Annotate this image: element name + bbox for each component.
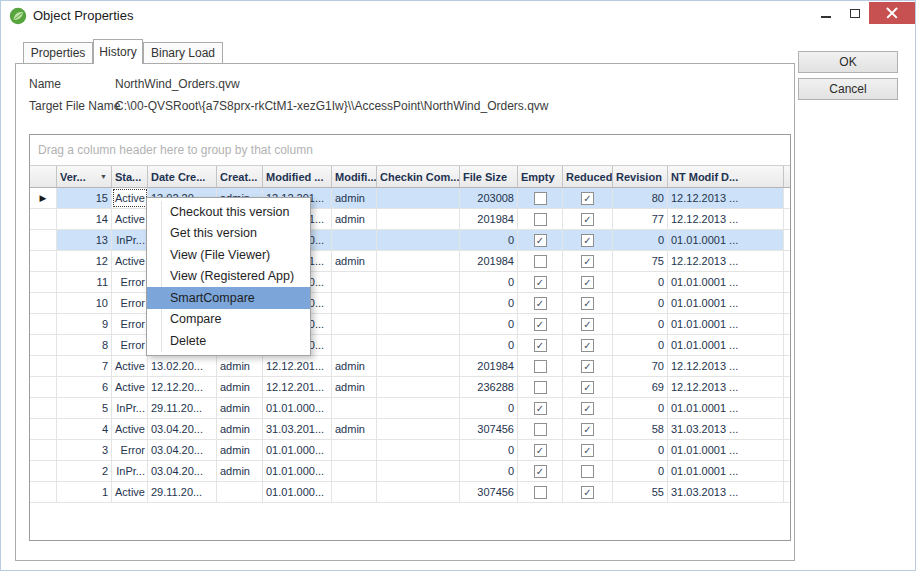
cell-indicator[interactable]	[30, 377, 57, 397]
empty-checkbox-unchecked[interactable]	[534, 423, 547, 436]
cell-nt_modified[interactable]: 12.12.2013 ...	[668, 377, 784, 397]
cell-checkin_comment[interactable]	[377, 293, 460, 313]
cell-status[interactable]: Error	[112, 272, 148, 292]
tab-properties[interactable]: Properties	[23, 42, 93, 64]
cell-nt_modified[interactable]: 01.01.0001 ...	[668, 272, 784, 292]
cell-revision[interactable]: 0	[613, 398, 668, 418]
cell-indicator[interactable]	[30, 461, 57, 481]
cell-ver[interactable]: 3	[57, 440, 112, 460]
cell-revision[interactable]: 0	[613, 440, 668, 460]
cell-reduced[interactable]	[563, 377, 613, 397]
cell-created_by[interactable]: admin	[217, 419, 263, 439]
cell-file_size[interactable]: 236288	[460, 377, 518, 397]
cell-empty[interactable]	[518, 251, 563, 271]
cell-checkin_comment[interactable]	[377, 377, 460, 397]
cell-modified_by[interactable]: admin	[332, 356, 377, 376]
cell-empty[interactable]	[518, 335, 563, 355]
cell-file_size[interactable]: 307456	[460, 482, 518, 502]
column-header-ver[interactable]: Ver...▼	[57, 166, 112, 187]
menu-item-smartcompare[interactable]: SmartCompare	[147, 287, 310, 309]
cell-modified[interactable]: 01.01.000...	[263, 461, 332, 481]
cell-indicator[interactable]	[30, 272, 57, 292]
cell-ver[interactable]: 6	[57, 377, 112, 397]
reduced-checkbox-checked[interactable]	[581, 402, 594, 415]
reduced-checkbox-checked[interactable]	[581, 297, 594, 310]
column-header-modified_by[interactable]: Modifi...	[332, 166, 377, 187]
empty-checkbox-unchecked[interactable]	[534, 213, 547, 226]
table-row-version-15[interactable]: ▶15Active13.02.20...admin12.12.201...adm…	[30, 188, 790, 209]
cell-created_by[interactable]: admin	[217, 440, 263, 460]
cell-revision[interactable]: 0	[613, 230, 668, 250]
cell-modified_by[interactable]: admin	[332, 251, 377, 271]
cell-modified_by[interactable]	[332, 440, 377, 460]
cell-checkin_comment[interactable]	[377, 482, 460, 502]
empty-checkbox-unchecked[interactable]	[534, 192, 547, 205]
cell-file_size[interactable]: 0	[460, 293, 518, 313]
cell-reduced[interactable]	[563, 398, 613, 418]
menu-item-compare[interactable]: Compare	[147, 309, 310, 331]
cell-modified_by[interactable]: admin	[332, 188, 377, 208]
cell-indicator[interactable]	[30, 419, 57, 439]
table-row-version-4[interactable]: 4Active03.04.20...admin31.03.201...admin…	[30, 419, 790, 440]
cell-date_created[interactable]: 12.12.20...	[148, 377, 217, 397]
reduced-checkbox-checked[interactable]	[581, 213, 594, 226]
cell-reduced[interactable]	[563, 461, 613, 481]
cell-status[interactable]: Error	[112, 440, 148, 460]
cell-modified_by[interactable]: admin	[332, 209, 377, 229]
cell-revision[interactable]: 0	[613, 335, 668, 355]
cell-reduced[interactable]	[563, 272, 613, 292]
reduced-checkbox-unchecked[interactable]	[581, 465, 594, 478]
cell-status[interactable]: Active	[112, 188, 148, 208]
cell-ver[interactable]: 2	[57, 461, 112, 481]
cell-created_by[interactable]: admin	[217, 356, 263, 376]
cell-modified_by[interactable]	[332, 335, 377, 355]
cell-created_by[interactable]: admin	[217, 461, 263, 481]
menu-item-view-registered-app[interactable]: View (Registered App)	[147, 266, 310, 288]
reduced-checkbox-checked[interactable]	[581, 423, 594, 436]
cell-revision[interactable]: 69	[613, 377, 668, 397]
tab-binary-load[interactable]: Binary Load	[143, 42, 223, 64]
cell-checkin_comment[interactable]	[377, 398, 460, 418]
empty-checkbox-unchecked[interactable]	[534, 255, 547, 268]
cell-file_size[interactable]: 0	[460, 230, 518, 250]
cell-reduced[interactable]	[563, 251, 613, 271]
cell-modified_by[interactable]	[332, 230, 377, 250]
cell-date_created[interactable]: 29.11.20...	[148, 398, 217, 418]
column-header-modified[interactable]: Modified ...	[263, 166, 332, 187]
cell-modified_by[interactable]	[332, 461, 377, 481]
cell-status[interactable]: Active	[112, 251, 148, 271]
cell-checkin_comment[interactable]	[377, 335, 460, 355]
table-row-version-12[interactable]: 12Active12.12.20...admin12.12.201...admi…	[30, 251, 790, 272]
cell-file_size[interactable]: 0	[460, 398, 518, 418]
cell-nt_modified[interactable]: 01.01.0001 ...	[668, 461, 784, 481]
cell-nt_modified[interactable]: 01.01.0001 ...	[668, 440, 784, 460]
cell-modified_by[interactable]: admin	[332, 419, 377, 439]
cell-indicator[interactable]	[30, 440, 57, 460]
cell-empty[interactable]	[518, 293, 563, 313]
cell-created_by[interactable]: admin	[217, 398, 263, 418]
empty-checkbox-unchecked[interactable]	[534, 360, 547, 373]
cell-indicator[interactable]	[30, 398, 57, 418]
cell-indicator[interactable]	[30, 335, 57, 355]
cell-nt_modified[interactable]: 12.12.2013 ...	[668, 251, 784, 271]
cell-nt_modified[interactable]: 12.12.2013 ...	[668, 188, 784, 208]
table-row-version-14[interactable]: 14Active13.02.20...admin12.12.201...admi…	[30, 209, 790, 230]
cell-date_created[interactable]: 29.11.20...	[148, 482, 217, 502]
empty-checkbox-checked[interactable]	[534, 444, 547, 457]
table-row-version-2[interactable]: 2InPr...03.04.20...admin01.01.000...0001…	[30, 461, 790, 482]
cell-revision[interactable]: 75	[613, 251, 668, 271]
table-row-version-10[interactable]: 10Error29.11.20...admin01.01.000...0001.…	[30, 293, 790, 314]
cell-file_size[interactable]: 307456	[460, 419, 518, 439]
reduced-checkbox-checked[interactable]	[581, 318, 594, 331]
group-by-panel[interactable]: Drag a column header here to group by th…	[30, 135, 790, 165]
cell-reduced[interactable]	[563, 419, 613, 439]
menu-item-checkout-this-version[interactable]: Checkout this version	[147, 201, 310, 223]
cell-indicator[interactable]	[30, 482, 57, 502]
cell-reduced[interactable]	[563, 482, 613, 502]
cell-file_size[interactable]: 0	[460, 440, 518, 460]
cell-file_size[interactable]: 201984	[460, 251, 518, 271]
column-header-reduced[interactable]: Reduced	[563, 166, 613, 187]
cell-reduced[interactable]	[563, 335, 613, 355]
cell-checkin_comment[interactable]	[377, 314, 460, 334]
cell-revision[interactable]: 0	[613, 461, 668, 481]
